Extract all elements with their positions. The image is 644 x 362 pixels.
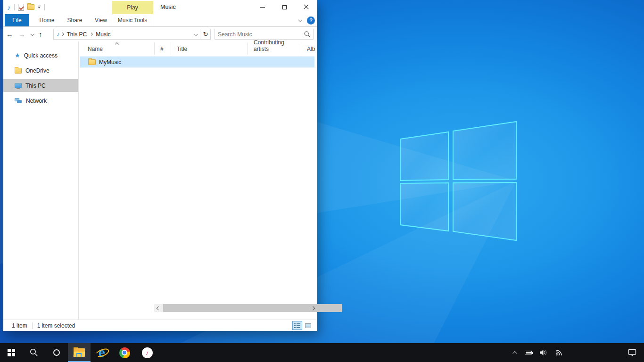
action-center-button[interactable] <box>623 343 644 362</box>
taskbar-chrome-button[interactable] <box>113 343 136 362</box>
folder-icon <box>88 59 96 65</box>
maximize-button[interactable] <box>273 0 295 14</box>
search-icon[interactable] <box>304 31 310 37</box>
location-music-note-icon: ♪ <box>57 31 60 37</box>
contextual-group-play[interactable]: Play <box>112 1 153 14</box>
properties-icon[interactable] <box>18 4 24 11</box>
this-pc-monitor-icon <box>15 83 22 88</box>
sidebar-item-label: Quick access <box>24 52 58 59</box>
volume-button[interactable] <box>536 343 552 362</box>
battery-button[interactable] <box>521 343 536 362</box>
windows-start-icon <box>8 349 15 356</box>
sidebar-item-label: OneDrive <box>25 67 50 74</box>
quick-access-star-icon: ★ <box>15 52 20 58</box>
volume-icon <box>539 349 548 356</box>
tab-view[interactable]: View <box>89 14 113 26</box>
breadcrumb-chevron-icon[interactable] <box>90 33 93 36</box>
sidebar-item-quick-access[interactable]: ★ Quick access <box>3 49 78 62</box>
sidebar-item-this-pc[interactable]: This PC <box>3 79 78 92</box>
explorer-content: ★ Quick access OneDrive This PC Network … <box>3 41 317 320</box>
column-header-number[interactable]: # <box>155 42 171 55</box>
start-button[interactable] <box>0 343 23 362</box>
cortana-button[interactable] <box>45 343 68 362</box>
caption-buttons <box>252 0 317 14</box>
search-icon <box>30 348 38 357</box>
network-button[interactable] <box>552 343 568 362</box>
up-button[interactable]: ↑ <box>39 31 42 38</box>
battery-icon <box>525 351 532 354</box>
taskbar-search-button[interactable] <box>23 343 45 362</box>
file-row-mymusic[interactable]: MyMusic <box>80 57 314 67</box>
sidebar-item-network[interactable]: Network <box>3 94 78 107</box>
help-icon[interactable]: ? <box>307 16 315 25</box>
chrome-icon <box>119 347 130 358</box>
system-tray <box>510 343 644 362</box>
selection-count: 1 item selected <box>33 322 80 329</box>
file-list: Name # Title Contributing artists Alb My… <box>79 41 317 320</box>
chevron-up-icon <box>512 351 517 355</box>
file-explorer-icon <box>74 348 85 357</box>
search-input[interactable] <box>215 31 304 38</box>
taskbar-file-explorer-button[interactable] <box>68 343 91 362</box>
tab-home[interactable]: Home <box>34 14 60 26</box>
scroll-left-icon[interactable] <box>154 307 162 310</box>
back-button[interactable]: ← <box>6 31 13 38</box>
network-icon <box>15 98 22 104</box>
navigation-pane: ★ Quick access OneDrive This PC Network <box>3 41 78 320</box>
minimize-ribbon-icon[interactable] <box>298 18 302 22</box>
search-box <box>215 29 314 40</box>
item-count: 1 item <box>3 322 32 329</box>
internet-explorer-icon: e <box>95 346 108 359</box>
details-view-button[interactable] <box>292 321 302 330</box>
new-folder-icon[interactable] <box>27 4 34 10</box>
taskbar-itunes-button[interactable]: ♪ <box>136 343 158 362</box>
address-dropdown-icon[interactable] <box>192 33 199 36</box>
horizontal-scrollbar[interactable] <box>154 304 317 312</box>
taskbar: e ♪ <box>0 343 644 362</box>
sidebar-item-label: This PC <box>25 82 46 89</box>
quick-access-toolbar: ♪ <box>7 0 45 14</box>
breadcrumb-chevron-icon[interactable] <box>60 33 64 36</box>
column-header-title[interactable]: Title <box>171 42 248 55</box>
details-view-icon <box>294 323 300 329</box>
ribbon-tab-bar: File Home Share View Music Tools ? <box>3 14 317 27</box>
column-header-contributing-artists[interactable]: Contributing artists <box>248 42 301 55</box>
refresh-icon[interactable]: ↻ <box>201 31 210 38</box>
tab-share[interactable]: Share <box>62 14 88 26</box>
sidebar-item-onedrive[interactable]: OneDrive <box>3 64 78 77</box>
tab-file[interactable]: File <box>5 14 29 26</box>
breadcrumb-music[interactable]: Music <box>94 31 112 38</box>
window-music-note-icon: ♪ <box>7 4 11 11</box>
separator <box>14 4 15 10</box>
forward-button[interactable]: → <box>18 31 25 38</box>
thumbnail-view-icon <box>305 323 311 328</box>
tab-music-tools[interactable]: Music Tools <box>112 14 153 26</box>
network-signal-icon <box>555 349 564 356</box>
minimize-button[interactable] <box>252 0 273 14</box>
onedrive-folder-icon <box>15 68 22 74</box>
explorer-window: ♪ Play Music File Home Share View Music … <box>3 0 317 331</box>
recent-locations-dropdown-icon[interactable] <box>30 32 34 36</box>
window-title: Music <box>160 0 176 14</box>
taskbar-internet-explorer-button[interactable]: e <box>91 343 113 362</box>
hidden-icons-button[interactable] <box>510 343 521 362</box>
file-name: MyMusic <box>99 59 121 66</box>
column-header-album[interactable]: Alb <box>301 42 317 55</box>
breadcrumb[interactable]: ♪ This PC Music ↻ <box>53 29 211 40</box>
action-center-icon <box>628 349 636 356</box>
title-bar: ♪ Play Music <box>3 0 317 14</box>
large-icons-view-button[interactable] <box>303 321 313 330</box>
separator <box>44 4 45 10</box>
cortana-icon <box>53 349 60 356</box>
itunes-icon: ♪ <box>142 347 153 358</box>
close-button[interactable] <box>295 0 317 14</box>
sidebar-item-label: Network <box>26 98 47 104</box>
breadcrumb-this-pc[interactable]: This PC <box>65 31 89 38</box>
customize-toolbar-dropdown-icon[interactable] <box>38 6 41 8</box>
separator <box>200 29 200 39</box>
status-bar: 1 item 1 item selected <box>3 320 317 331</box>
